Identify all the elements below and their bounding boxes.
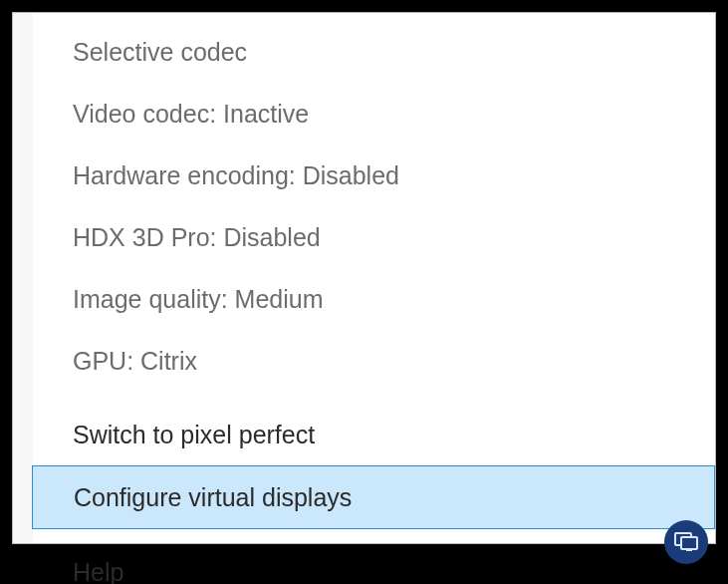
status-selective-codec: Selective codec — [33, 21, 715, 83]
status-video-codec: Video codec: Inactive — [33, 83, 715, 145]
context-menu-panel: Selective codec Video codec: Inactive Ha… — [12, 12, 716, 544]
switch-pixel-perfect-item[interactable]: Switch to pixel perfect — [33, 404, 715, 465]
context-menu: Selective codec Video codec: Inactive Ha… — [33, 13, 715, 543]
svg-rect-1 — [681, 537, 697, 549]
status-image-quality: Image quality: Medium — [33, 268, 715, 330]
status-hdx-3d-pro: HDX 3D Pro: Disabled — [33, 206, 715, 268]
help-item[interactable]: Help — [33, 541, 715, 584]
citrix-hdx-tray-icon[interactable] — [664, 520, 708, 564]
monitor-icon — [673, 529, 699, 555]
status-gpu: GPU: Citrix — [33, 330, 715, 392]
status-hardware-encoding: Hardware encoding: Disabled — [33, 145, 715, 206]
menu-gutter — [13, 13, 33, 543]
svg-rect-2 — [686, 549, 692, 551]
configure-virtual-displays-item[interactable]: Configure virtual displays — [32, 465, 715, 529]
